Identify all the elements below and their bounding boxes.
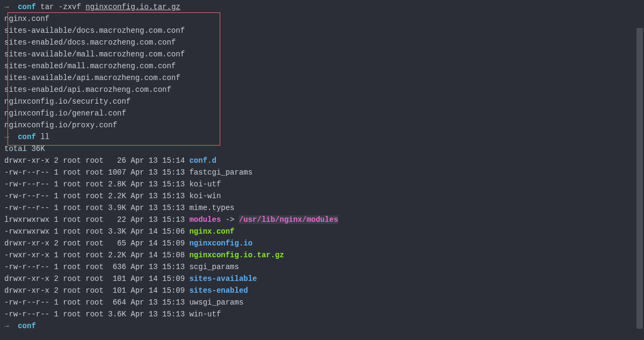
terminal-line: lrwxrwxrwx 1 root root 22 Apr 13 15:13 m… — [4, 214, 644, 226]
extracted-file: sites-enabled/api.macrozheng.com.conf — [4, 85, 171, 94]
ll-meta: -rwxrwxrwx 1 root root 3.3K Apr 14 15:06 — [4, 227, 189, 236]
ll-filename: nginxconfig.io — [189, 239, 252, 248]
tar-command: tar -zxvf — [40, 3, 85, 11]
terminal-line: drwxr-xr-x 2 root root 65 Apr 14 15:09 n… — [4, 237, 644, 249]
terminal-line: nginxconfig.io/security.conf — [4, 96, 644, 107]
ll-filename: koi-win — [189, 192, 221, 200]
extracted-file: sites-available/api.macrozheng.com.conf — [4, 74, 180, 82]
terminal-line: → conf ll — [4, 131, 644, 143]
terminal-line: -rw-r--r-- 1 root root 3.9K Apr 13 15:13… — [4, 202, 644, 214]
ll-meta: lrwxrwxrwx 1 root root 22 Apr 13 15:13 — [4, 215, 189, 224]
ll-filename: win-utf — [189, 310, 221, 319]
tar-filename: nginxconfig.io.tar.gz — [85, 3, 180, 11]
terminal-line: nginx.conf — [4, 13, 644, 25]
ll-meta: -rw-r--r-- 1 root root 3.6K Apr 13 15:13 — [4, 310, 189, 319]
ll-meta: -rw-r--r-- 1 root root 664 Apr 13 15:13 — [4, 298, 189, 307]
prompt-cwd: conf — [18, 322, 40, 330]
ll-meta: -rw-r--r-- 1 root root 1007 Apr 13 15:13 — [4, 168, 189, 177]
terminal-line: sites-available/docs.macrozheng.com.conf — [4, 25, 644, 37]
ll-filename: fastcgi_params — [189, 168, 252, 177]
prompt-cwd: conf — [18, 133, 40, 141]
terminal-line: drwxr-xr-x 2 root root 26 Apr 13 15:14 c… — [4, 155, 644, 167]
extracted-file: sites-enabled/mall.macrozheng.com.conf — [4, 62, 176, 70]
terminal-line: -rw-r--r-- 1 root root 2.2K Apr 13 15:13… — [4, 190, 644, 202]
prompt-arrow: → — [4, 3, 18, 11]
symlink-arrow: -> — [221, 215, 239, 224]
terminal-line: -rw-r--r-- 1 root root 2.8K Apr 13 15:13… — [4, 178, 644, 190]
terminal-line: nginxconfig.io/general.conf — [4, 107, 644, 119]
terminal-output[interactable]: → conf tar -zxvf nginxconfig.io.tar.gzng… — [4, 1, 644, 332]
ll-filename: mime.types — [189, 204, 234, 212]
ll-filename: koi-utf — [189, 180, 221, 189]
terminal-line: sites-available/api.macrozheng.com.conf — [4, 72, 644, 84]
ll-filename: uwsgi_params — [189, 298, 243, 307]
terminal-line: drwxr-xr-x 2 root root 101 Apr 14 15:09 … — [4, 285, 644, 296]
ll-meta: -rw-r--r-- 1 root root 2.8K Apr 13 15:13 — [4, 180, 189, 189]
ll-command: ll — [40, 133, 49, 141]
scrollbar-thumb[interactable] — [636, 28, 643, 329]
prompt-cwd: conf — [18, 3, 40, 11]
terminal-line: nginxconfig.io/proxy.conf — [4, 119, 644, 131]
ll-filename: nginx.conf — [189, 227, 234, 236]
terminal-line: sites-enabled/docs.macrozheng.com.conf — [4, 37, 644, 48]
extracted-file: sites-available/docs.macrozheng.com.conf — [4, 26, 185, 35]
ll-filename: sites-available — [189, 274, 257, 283]
terminal-line: → conf — [4, 320, 644, 332]
extracted-file: nginxconfig.io/general.conf — [4, 109, 126, 118]
ll-filename: modules — [189, 215, 221, 224]
extracted-file: nginxconfig.io/security.conf — [4, 97, 131, 106]
ll-meta: drwxr-xr-x 2 root root 65 Apr 14 15:09 — [4, 239, 189, 248]
terminal-line: -rw-r--r-- 1 root root 636 Apr 13 15:13 … — [4, 261, 644, 273]
terminal-line: sites-enabled/api.macrozheng.com.conf — [4, 84, 644, 96]
terminal-line: sites-available/mall.macrozheng.com.conf — [4, 48, 644, 60]
terminal-line: sites-enabled/mall.macrozheng.com.conf — [4, 60, 644, 72]
scrollbar[interactable] — [636, 0, 643, 340]
terminal-line: -rw-r--r-- 1 root root 664 Apr 13 15:13 … — [4, 296, 644, 308]
ll-meta: -rw-r--r-- 1 root root 3.9K Apr 13 15:13 — [4, 204, 189, 212]
terminal-line: → conf tar -zxvf nginxconfig.io.tar.gz — [4, 1, 644, 13]
terminal-line: -rw-r--r-- 1 root root 1007 Apr 13 15:13… — [4, 167, 644, 178]
terminal-line: -rwxrwxrwx 1 root root 3.3K Apr 14 15:06… — [4, 226, 644, 237]
terminal-line: total 36K — [4, 143, 644, 155]
ll-meta: drwxr-xr-x 2 root root 101 Apr 14 15:09 — [4, 274, 189, 283]
prompt-arrow: → — [4, 133, 18, 141]
ll-filename: conf.d — [189, 156, 216, 165]
extracted-file: nginxconfig.io/proxy.conf — [4, 121, 117, 129]
ll-meta: -rw-r--r-- 1 root root 2.2K Apr 13 15:13 — [4, 192, 189, 200]
ll-total: total 36K — [4, 144, 45, 153]
symlink-target: /usr/lib/nginx/modules — [239, 215, 338, 224]
prompt-arrow: → — [4, 322, 18, 330]
ll-filename: sites-enabled — [189, 286, 248, 295]
ll-meta: drwxr-xr-x 2 root root 101 Apr 14 15:09 — [4, 286, 189, 295]
extracted-file: nginx.conf — [4, 15, 49, 23]
ll-meta: -rw-r--r-- 1 root root 636 Apr 13 15:13 — [4, 263, 189, 271]
terminal-line: drwxr-xr-x 2 root root 101 Apr 14 15:09 … — [4, 273, 644, 285]
ll-filename: scgi_params — [189, 263, 238, 271]
terminal-line: -rwxr-xr-x 1 root root 2.2K Apr 14 15:08… — [4, 249, 644, 261]
ll-meta: -rwxr-xr-x 1 root root 2.2K Apr 14 15:08 — [4, 251, 189, 259]
extracted-file: sites-available/mall.macrozheng.com.conf — [4, 50, 185, 59]
ll-filename: nginxconfig.io.tar.gz — [189, 251, 284, 259]
terminal-line: -rw-r--r-- 1 root root 3.6K Apr 13 15:13… — [4, 308, 644, 320]
ll-meta: drwxr-xr-x 2 root root 26 Apr 13 15:14 — [4, 156, 189, 165]
extracted-file: sites-enabled/docs.macrozheng.com.conf — [4, 38, 176, 47]
